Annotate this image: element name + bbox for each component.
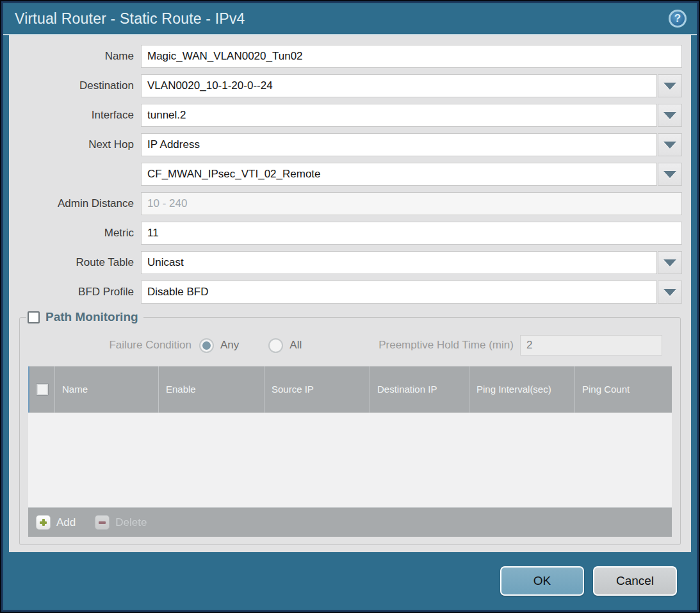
dialog-footer: OK Cancel [3, 552, 697, 610]
name-input[interactable] [141, 45, 682, 68]
metric-input[interactable] [141, 222, 682, 245]
table-toolbar: Add Delete [28, 507, 672, 537]
metric-label: Metric [18, 227, 141, 240]
chevron-down-icon [663, 289, 676, 296]
chevron-down-icon [663, 259, 676, 266]
minus-icon [95, 515, 110, 530]
route-table-dropdown-button[interactable] [658, 251, 682, 274]
column-header-source-ip[interactable]: Source IP [265, 366, 370, 413]
chevron-down-icon [663, 171, 676, 178]
next-hop-label: Next Hop [18, 138, 141, 151]
admin-distance-input[interactable] [141, 192, 682, 215]
chevron-down-icon [663, 83, 676, 90]
form-row-admin-distance: Admin Distance [18, 192, 682, 215]
column-header-ping-interval[interactable]: Ping Interval(sec) [469, 366, 575, 413]
form-row-route-table: Route Table [18, 251, 682, 274]
interface-dropdown-button[interactable] [658, 104, 682, 127]
form-row-destination: Destination [18, 74, 682, 97]
form-row-next-hop-address [18, 163, 682, 186]
admin-distance-label: Admin Distance [18, 197, 141, 210]
interface-input[interactable] [141, 104, 657, 127]
dialog-title: Virtual Router - Static Route - IPv4 [15, 10, 245, 28]
column-header-name[interactable]: Name [55, 366, 159, 413]
next-hop-address-input[interactable] [141, 163, 657, 186]
help-icon[interactable]: ? [669, 10, 687, 28]
preemptive-hold-time-label: Preemptive Hold Time (min) [378, 339, 514, 352]
title-bar: Virtual Router - Static Route - IPv4 ? [3, 3, 697, 35]
failure-condition-label: Failure Condition [25, 339, 199, 352]
bfd-profile-label: BFD Profile [18, 286, 141, 298]
next-hop-type-input[interactable] [141, 133, 657, 156]
destination-dropdown-button[interactable] [658, 74, 682, 97]
name-label: Name [18, 50, 141, 63]
chevron-down-icon [663, 142, 676, 149]
radio-selected-dot [202, 341, 211, 350]
failure-condition-row: Failure Condition Any All Preemptive Hol… [25, 335, 675, 356]
ok-button[interactable]: OK [500, 566, 584, 596]
failure-condition-all-radio[interactable] [268, 338, 283, 353]
select-all-checkbox[interactable] [36, 383, 49, 396]
cancel-button[interactable]: Cancel [593, 566, 677, 596]
destination-input[interactable] [141, 74, 657, 97]
column-header-ping-count[interactable]: Ping Count [575, 366, 672, 413]
table-body-empty [28, 413, 672, 507]
form-row-metric: Metric [18, 222, 682, 245]
dialog-window: Virtual Router - Static Route - IPv4 ? N… [1, 1, 699, 612]
column-header-enable[interactable]: Enable [159, 366, 265, 413]
form-row-next-hop: Next Hop [18, 133, 682, 156]
form-row-interface: Interface [18, 104, 682, 127]
chevron-down-icon [663, 112, 676, 119]
preemptive-hold-time-input[interactable] [520, 335, 662, 356]
path-monitoring-title: Path Monitoring [45, 310, 138, 324]
path-monitoring-legend: Path Monitoring [26, 310, 143, 324]
add-button-label: Add [56, 516, 76, 529]
form-row-bfd-profile: BFD Profile [18, 281, 682, 304]
path-monitoring-checkbox[interactable] [28, 311, 40, 323]
failure-condition-any-radio[interactable] [199, 338, 214, 353]
table-header-row: Name Enable Source IP Destination IP Pin… [28, 366, 672, 413]
route-table-input[interactable] [141, 251, 657, 274]
next-hop-type-dropdown-button[interactable] [658, 133, 682, 156]
bfd-profile-input[interactable] [141, 281, 657, 304]
delete-button-label: Delete [115, 516, 147, 529]
table-header-checkbox-cell [29, 366, 55, 413]
destination-label: Destination [18, 79, 141, 92]
delete-button[interactable]: Delete [95, 515, 147, 530]
form-row-name: Name [18, 45, 682, 68]
column-header-destination-ip[interactable]: Destination IP [370, 366, 469, 413]
add-button[interactable]: Add [36, 515, 76, 530]
route-table-label: Route Table [18, 256, 141, 269]
next-hop-address-dropdown-button[interactable] [658, 163, 682, 186]
path-monitoring-table: Name Enable Source IP Destination IP Pin… [28, 366, 672, 537]
interface-label: Interface [18, 109, 141, 122]
plus-icon [36, 515, 51, 530]
all-radio-label: All [289, 339, 302, 352]
screen: Virtual Router - Static Route - IPv4 ? N… [0, 0, 700, 613]
dialog-content: Name Destination Interface [9, 35, 691, 552]
any-radio-label: Any [220, 339, 239, 352]
bfd-profile-dropdown-button[interactable] [658, 281, 682, 304]
path-monitoring-section: Path Monitoring Failure Condition Any Al… [19, 310, 681, 545]
